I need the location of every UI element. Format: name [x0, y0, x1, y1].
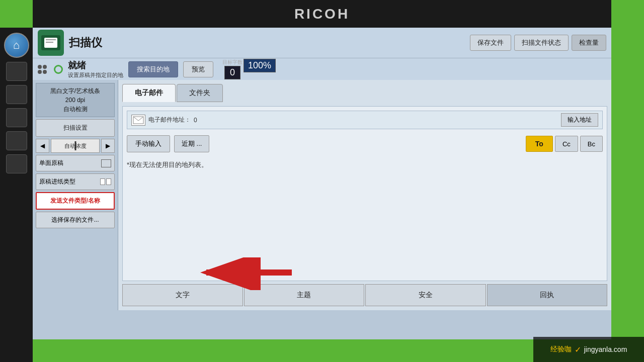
counter-group: 目标字数 0 100% — [222, 59, 276, 79]
email-count: 0 — [194, 117, 197, 124]
scan-settings-button[interactable]: 扫描设置 — [36, 119, 115, 137]
counter-item-1: 目标字数 0 — [222, 59, 243, 79]
counter-item-2: 100% — [244, 59, 276, 79]
bcc-button[interactable]: Bc — [580, 136, 603, 152]
watermark: 经验咖 ✓ jingyanla.com — [533, 337, 644, 362]
quality-line1: 黑白文字/艺术线条 — [50, 87, 100, 95]
email-icon-area: 电子邮件地址： 0 — [131, 115, 197, 126]
watermark-site: jingyanla.com — [584, 345, 627, 353]
main-content: 黑白文字/艺术线条 200 dpi 自动检测 扫描设置 ◀ 自动浓度 ▶ 单面原… — [33, 80, 611, 310]
left-sidebar: 黑白文字/艺术线条 200 dpi 自动检测 扫描设置 ◀ 自动浓度 ▶ 单面原… — [33, 80, 118, 310]
text-button[interactable]: 文字 — [122, 284, 243, 306]
home-icon: ⌂ — [13, 39, 20, 52]
paper-icon-2 — [106, 178, 111, 185]
side-btn-1[interactable] — [6, 62, 27, 81]
email-icon — [131, 115, 145, 126]
status-ready: 就绪 — [68, 59, 123, 71]
density-indicator — [74, 141, 76, 150]
paper-type-button[interactable]: 原稿进纸类型 — [36, 173, 115, 190]
side-btn-2[interactable] — [6, 85, 27, 104]
security-button[interactable]: 安全 — [365, 284, 486, 306]
choose-file-button[interactable]: 选择保存的文件... — [36, 212, 115, 228]
paper-type-label: 原稿进纸类型 — [39, 177, 75, 186]
density-left-button[interactable]: ◀ — [36, 139, 49, 153]
status-text-area: 就绪 设置原稿并指定目的地 — [68, 59, 123, 79]
counter-value: 0 — [230, 67, 235, 77]
home-button[interactable]: ⌂ — [4, 33, 29, 58]
manual-row: 手动输入 近期 ... To Cc Bc — [127, 135, 603, 152]
density-bar-area: ◀ 自动浓度 ▶ — [36, 139, 115, 153]
paper-icons — [100, 178, 111, 185]
cc-button[interactable]: Cc — [555, 136, 578, 152]
screen-header: 扫描仪 保存文件 扫描文件状态 检查量 — [33, 28, 611, 58]
file-type-button[interactable]: 发送文件类型/名称 — [36, 192, 115, 210]
scan-status-button[interactable]: 扫描文件状态 — [514, 35, 569, 51]
scanner-paper — [44, 38, 57, 48]
subject-button[interactable]: 主题 — [244, 284, 365, 306]
recent-button[interactable]: 近期 ... — [174, 135, 209, 152]
input-addr-button[interactable]: 输入地址 — [561, 113, 598, 127]
screen-button[interactable]: 检查量 — [572, 35, 606, 51]
manual-input-button[interactable]: 手动输入 — [127, 135, 170, 152]
side-btn-3[interactable] — [6, 108, 27, 127]
tabs-row: 电子邮件 文件夹 — [122, 84, 607, 102]
email-area: 电子邮件地址： 0 输入地址 手动输入 近期 ... To Cc Bc — [122, 106, 607, 281]
left-panel: ⌂ — [0, 28, 33, 362]
right-panel: 电子邮件 文件夹 电子 — [118, 80, 611, 310]
outer-frame: RICOH 主页 ⌂ 扫描仪 保存文件 扫描文件状态 检查量 — [0, 0, 644, 362]
duplex-icon — [101, 159, 111, 167]
status-dots-icon — [38, 65, 47, 74]
paper-icon-1 — [100, 178, 105, 185]
screen-title: 扫描仪 — [69, 35, 102, 50]
dot-3 — [38, 70, 42, 74]
quality-line2: 200 dpi — [65, 97, 85, 104]
top-bar: RICOH — [33, 0, 611, 28]
search-dest-button[interactable]: 搜索目的地 — [128, 61, 178, 77]
header-buttons: 保存文件 扫描文件状态 检查量 — [470, 35, 606, 51]
side-btn-4[interactable] — [6, 131, 27, 150]
side-btn-5[interactable] — [6, 154, 27, 173]
quality-line3: 自动检测 — [63, 106, 88, 113]
density-bar: 自动浓度 — [51, 139, 100, 153]
dot-1 — [38, 65, 42, 69]
duplex-button[interactable]: 单面原稿 — [36, 155, 115, 171]
email-envelope-icon — [133, 116, 144, 124]
status-sub: 设置原稿并指定目的地 — [68, 71, 123, 79]
density-right-button[interactable]: ▶ — [101, 139, 115, 153]
scanner-inner — [41, 35, 60, 50]
tab-email[interactable]: 电子邮件 — [122, 84, 176, 102]
dot-4 — [43, 70, 47, 74]
screen: 扫描仪 保存文件 扫描文件状态 检查量 就绪 设置原稿并指定目的地 搜索目的地 … — [33, 28, 611, 339]
scanner-icon-box — [38, 30, 64, 56]
bottom-bar: 文字 主题 安全 回执 — [122, 281, 607, 306]
counter-box-1: 0 — [224, 66, 240, 79]
status-bar: 就绪 设置原稿并指定目的地 搜索目的地 预览 目标字数 0 100% — [33, 58, 611, 80]
ricoh-logo: RICOH — [294, 6, 350, 22]
duplex-label: 单面原稿 — [39, 159, 63, 167]
save-file-button[interactable]: 保存文件 — [470, 35, 511, 51]
ready-circle — [54, 65, 63, 74]
counter-percent: 100% — [248, 60, 271, 70]
notice-text: *现在无法使用目的地列表。 — [127, 160, 603, 169]
preview-button[interactable]: 预览 — [183, 61, 213, 77]
counter-label: 目标字数 — [222, 59, 243, 66]
email-addr-row: 电子邮件地址： 0 输入地址 — [127, 111, 603, 129]
address-type-buttons: To Cc Bc — [526, 136, 603, 152]
watermark-brand: 经验咖 — [550, 345, 572, 354]
quality-display: 黑白文字/艺术线条 200 dpi 自动检测 — [36, 83, 115, 117]
counter-box-2: 100% — [244, 59, 276, 72]
email-addr-label: 电子邮件地址： — [148, 116, 191, 124]
check-icon: ✓ — [575, 345, 581, 354]
tab-folder[interactable]: 文件夹 — [177, 84, 223, 102]
receipt-button[interactable]: 回执 — [487, 284, 608, 306]
to-button[interactable]: To — [526, 136, 553, 152]
dot-2 — [43, 65, 47, 69]
